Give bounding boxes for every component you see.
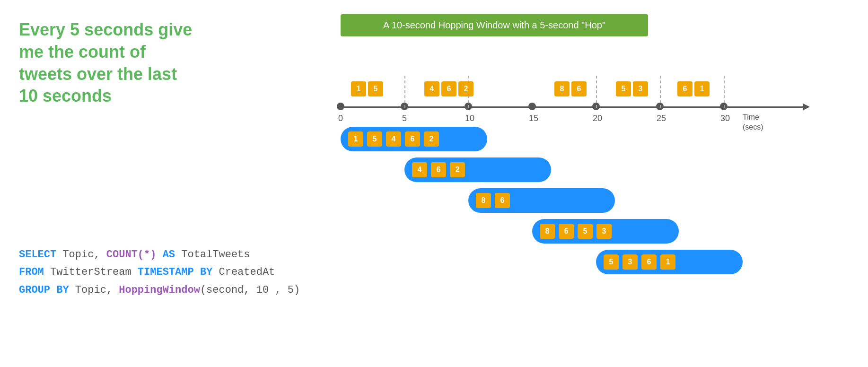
- timeline-label-10: 10: [465, 114, 474, 123]
- w3-badge-6: 6: [495, 193, 510, 208]
- timeline-label-5: 5: [402, 114, 407, 123]
- badge-1a: 1: [351, 81, 366, 96]
- top-badge-group-4: 5 3: [615, 81, 649, 96]
- w2-badge-6: 6: [431, 162, 446, 177]
- w2-badge-2: 2: [450, 162, 465, 177]
- sql-line2: FROM TwitterStream TIMESTAMP BY CreatedA…: [19, 263, 300, 281]
- hop-window-5: 5 3 6 1: [596, 250, 743, 274]
- dashed-line-5: [404, 76, 405, 108]
- timeline-dot-0: [337, 103, 344, 110]
- w2-badge-4: 4: [412, 162, 427, 177]
- w5-badge-1: 1: [660, 254, 675, 270]
- sql-from-kw: FROM: [19, 266, 44, 278]
- badge-2a: 2: [458, 81, 473, 96]
- sql-block: SELECT Topic, COUNT(*) AS TotalTweets FR…: [19, 246, 300, 299]
- sql-timestamp-kw: TIMESTAMP: [138, 266, 194, 278]
- hop-window-1: 1 5 4 6 2: [341, 127, 487, 151]
- timeline-dot-15: [528, 103, 536, 110]
- dashed-line-30: [724, 76, 725, 108]
- title-banner: A 10-second Hopping Window with a 5-seco…: [341, 14, 648, 36]
- description-text: Every 5 seconds give me the count of twe…: [19, 19, 199, 107]
- w5-badge-3: 3: [623, 254, 638, 270]
- dashed-line-25: [660, 76, 661, 108]
- w4-badge-3: 3: [596, 224, 612, 239]
- w4-badge-8: 8: [540, 224, 555, 239]
- badge-1b: 1: [694, 81, 710, 96]
- timeline-label-20: 20: [593, 114, 602, 123]
- sql-by2-kw: BY: [50, 284, 69, 296]
- badge-8a: 8: [554, 81, 570, 96]
- w5-badge-5: 5: [604, 254, 619, 270]
- top-badge-group-2: 4 6 2: [423, 81, 474, 96]
- w3-badge-8: 8: [476, 193, 491, 208]
- timeline-axis: [341, 106, 804, 108]
- timeline-label-30: 30: [720, 114, 730, 123]
- sql-select-kw: SELECT: [19, 249, 56, 261]
- timeline-label-15: 15: [529, 114, 538, 123]
- w4-badge-5: 5: [578, 224, 593, 239]
- badge-3a: 3: [633, 81, 648, 96]
- badge-6a: 6: [441, 81, 456, 96]
- badge-4a: 4: [424, 81, 439, 96]
- sql-line1: SELECT Topic, COUNT(*) AS TotalTweets: [19, 246, 300, 263]
- w5-badge-6: 6: [641, 254, 657, 270]
- badge-5a: 5: [368, 81, 383, 96]
- sql-line3: GROUP BY Topic, HoppingWindow(second, 10…: [19, 281, 300, 299]
- hop-window-3: 8 6: [468, 188, 615, 213]
- badge-6b: 6: [571, 81, 587, 96]
- w1-badge-5: 5: [367, 131, 382, 147]
- hop-window-4: 8 6 5 3: [532, 219, 679, 244]
- top-badge-group-1: 1 5: [350, 81, 384, 96]
- dashed-line-20: [596, 76, 597, 108]
- timeline-area: 0 5 10 15 20 25 30 Time(secs) 1 5 4 6 2 …: [322, 57, 842, 322]
- badge-6c: 6: [677, 81, 693, 96]
- w4-badge-6: 6: [559, 224, 574, 239]
- sql-count-kw: COUNT(*): [106, 249, 157, 261]
- top-badge-group-5: 6 1: [676, 81, 710, 96]
- time-axis-label: Time(secs): [743, 113, 763, 132]
- timeline-label-25: 25: [657, 114, 666, 123]
- timeline-label-0: 0: [338, 114, 343, 123]
- w1-badge-2: 2: [424, 131, 439, 147]
- top-badge-group-3: 8 6: [553, 81, 587, 96]
- w1-badge-1: 1: [348, 131, 363, 147]
- w1-badge-4: 4: [386, 131, 401, 147]
- sql-by-kw: BY: [194, 266, 213, 278]
- sql-as-kw: AS: [156, 249, 175, 261]
- hop-window-2: 4 6 2: [404, 157, 551, 182]
- w1-badge-6: 6: [405, 131, 420, 147]
- sql-group-kw: GROUP: [19, 284, 50, 296]
- badge-5b: 5: [616, 81, 631, 96]
- sql-hopping-kw: HoppingWindow: [119, 284, 200, 296]
